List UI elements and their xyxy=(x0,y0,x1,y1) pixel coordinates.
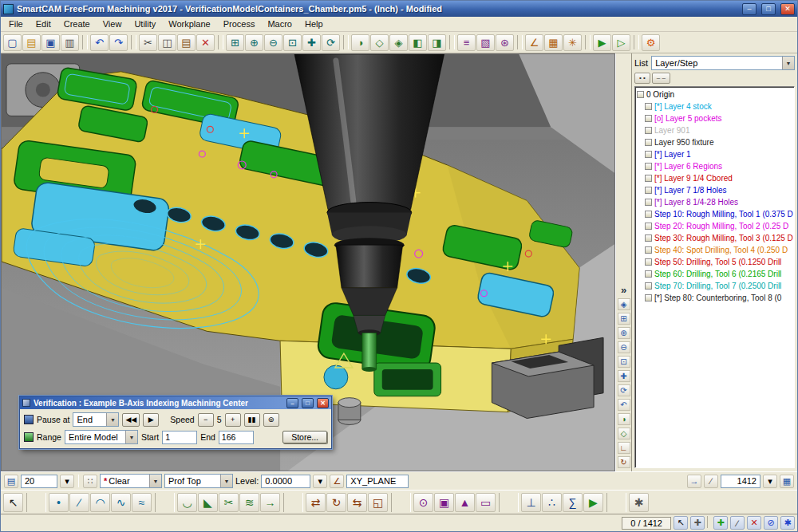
layer-step-list[interactable]: 0 Origin [*] Layer 4 stock [o] Layer 5 p… xyxy=(634,86,795,468)
redraw-icon[interactable]: ↻ xyxy=(618,456,630,468)
menu-item[interactable]: Create xyxy=(57,18,97,30)
separator[interactable] xyxy=(218,35,223,49)
zoom-window-icon[interactable]: ⊞ xyxy=(618,313,630,325)
separator[interactable] xyxy=(517,35,523,49)
menu-item[interactable]: File xyxy=(2,18,30,30)
dialog-close-button[interactable]: ✕ xyxy=(317,398,329,408)
depth-field[interactable]: 20 xyxy=(21,475,57,488)
previous-view-icon[interactable]: ↶ xyxy=(618,399,630,411)
goto-element-icon[interactable]: → xyxy=(687,475,701,488)
list-item[interactable]: 0 Origin xyxy=(635,89,794,100)
play-button[interactable]: ▶ xyxy=(143,413,159,427)
wireframe-view-icon[interactable]: ◇ xyxy=(370,34,389,51)
clear-select[interactable]: *Clear ▼ xyxy=(100,474,162,488)
menu-item[interactable]: Help xyxy=(298,18,330,30)
separator[interactable] xyxy=(391,493,411,512)
hole-icon[interactable]: ⊙ xyxy=(413,493,433,512)
zoom-out-icon[interactable]: ⊖ xyxy=(264,34,282,51)
stats-icon[interactable]: ∑ xyxy=(563,493,583,512)
crosshair-status-icon[interactable]: ✚ xyxy=(690,516,705,530)
list-item[interactable]: Step 10: Rough Milling, Tool 1 (0.375 D xyxy=(635,208,794,220)
pan-icon[interactable]: ✚ xyxy=(302,34,321,51)
hide-all-button[interactable]: – – xyxy=(652,73,670,84)
separator[interactable] xyxy=(449,35,455,49)
view-cube-icon[interactable]: ◈ xyxy=(618,298,630,310)
boss-icon[interactable]: ▲ xyxy=(455,493,475,512)
list-item[interactable]: Step 70: Drilling, Tool 7 (0.2500 Drill xyxy=(635,280,794,292)
front-view-icon[interactable]: ◨ xyxy=(428,34,446,51)
zoom-all-icon[interactable]: ⊡ xyxy=(618,356,630,368)
end-field[interactable]: 166 xyxy=(219,431,254,444)
zoom-in-icon[interactable]: ⊕ xyxy=(245,34,263,51)
list-item[interactable]: [*] Layer 1 xyxy=(635,148,794,160)
menu-item[interactable]: Macro xyxy=(261,18,298,30)
line-icon[interactable]: ∕ xyxy=(69,493,89,512)
separator[interactable] xyxy=(634,35,639,49)
verification-dialog-titlebar[interactable]: Verification : Example B-Axis Indexing M… xyxy=(20,396,331,409)
list-item[interactable]: Step 30: Rough Milling, Tool 3 (0.125 D xyxy=(635,232,794,244)
profile-icon[interactable]: ≈ xyxy=(132,493,152,512)
pause-at-select[interactable]: End ▼ xyxy=(73,412,119,427)
rewind-button[interactable]: ◀◀ xyxy=(122,413,140,427)
separator[interactable] xyxy=(26,493,46,512)
level-field[interactable]: 0.0000 xyxy=(261,475,310,488)
shade-toggle-icon[interactable]: ◑ xyxy=(618,413,630,425)
verify-options-button[interactable]: ⊚ xyxy=(263,413,279,427)
simulate-icon[interactable]: ▷ xyxy=(612,34,630,51)
list-item[interactable]: Step 20: Rough Milling, Tool 2 (0.25 D xyxy=(635,220,794,232)
separator[interactable] xyxy=(585,35,591,49)
grid-icon[interactable]: ▦ xyxy=(544,34,563,51)
save-icon[interactable]: ▣ xyxy=(41,34,60,51)
list-item[interactable]: Layer 950 fixture xyxy=(635,136,794,148)
list-item[interactable]: [*] Layer 7 1/8 Holes xyxy=(635,184,794,196)
store-button[interactable]: Store... xyxy=(282,431,327,443)
fillet-icon[interactable]: ◡ xyxy=(177,493,197,512)
level-spinner[interactable]: ▾ xyxy=(313,475,327,488)
measure-icon[interactable]: ∠ xyxy=(525,34,543,51)
count-spinner[interactable]: ▾ xyxy=(763,475,777,488)
tool-define-icon[interactable]: ⊥ xyxy=(521,493,541,512)
toolpath-icon[interactable]: ∴ xyxy=(542,493,562,512)
separator[interactable] xyxy=(606,493,626,512)
layers-icon[interactable]: ≡ xyxy=(457,34,476,51)
list-item[interactable]: [*] Layer 4 stock xyxy=(635,100,794,112)
grid-small-icon[interactable]: ▦ xyxy=(780,475,794,488)
verify-run-icon[interactable]: ▶ xyxy=(583,493,603,512)
dialog-maximize-button[interactable]: □ xyxy=(302,398,314,408)
depth-spinner[interactable]: ▾ xyxy=(60,475,74,488)
shaded-view-icon[interactable]: ◑ xyxy=(351,34,369,51)
separator[interactable] xyxy=(82,35,88,49)
workplane-field[interactable]: XY_PLANE xyxy=(346,475,409,488)
separator[interactable] xyxy=(155,493,175,512)
dialog-minimize-button[interactable]: – xyxy=(286,398,298,408)
list-item[interactable]: [*] Layer 6 Regions xyxy=(635,160,794,172)
zoom-window-icon[interactable]: ⊞ xyxy=(226,34,244,51)
pan-view-icon[interactable]: ✚ xyxy=(618,370,630,382)
zoom-extents-icon[interactable]: ⊡ xyxy=(283,34,302,51)
pause-button[interactable]: ▮▮ xyxy=(244,413,260,427)
start-field[interactable]: 1 xyxy=(162,431,197,444)
face-icon[interactable]: ▭ xyxy=(476,493,496,512)
spline-icon[interactable]: ∿ xyxy=(111,493,131,512)
accept-plus-icon[interactable]: ✚ xyxy=(713,516,728,530)
reject-x-icon[interactable]: ✕ xyxy=(747,516,761,530)
menu-item[interactable]: Edit xyxy=(30,18,57,30)
prof-top-select[interactable]: Prof Top ▼ xyxy=(164,474,233,488)
select-arrow-icon[interactable]: ↖ xyxy=(3,493,23,512)
mirror-icon[interactable]: ⇆ xyxy=(347,493,367,512)
pointer-status-icon[interactable]: ↖ xyxy=(674,516,688,530)
separator[interactable] xyxy=(499,493,519,512)
undo-icon[interactable]: ↶ xyxy=(90,34,109,51)
close-button[interactable]: ✕ xyxy=(780,3,795,15)
scale-icon[interactable]: ◱ xyxy=(368,493,388,512)
separator[interactable] xyxy=(131,35,136,49)
axes-icon[interactable]: ∟ xyxy=(618,442,630,454)
wireframe-toggle-icon[interactable]: ◇ xyxy=(618,428,630,439)
extend-icon[interactable]: → xyxy=(260,493,280,512)
arc-icon[interactable]: ◠ xyxy=(90,493,110,512)
list-item[interactable]: [o] Layer 5 pockets xyxy=(635,112,794,124)
list-type-select[interactable]: Layer/Step ▼ xyxy=(651,56,795,70)
speed-minus-button[interactable]: − xyxy=(198,413,214,427)
new-file-icon[interactable]: ▢ xyxy=(3,34,22,51)
menu-item[interactable]: Utility xyxy=(128,18,162,30)
